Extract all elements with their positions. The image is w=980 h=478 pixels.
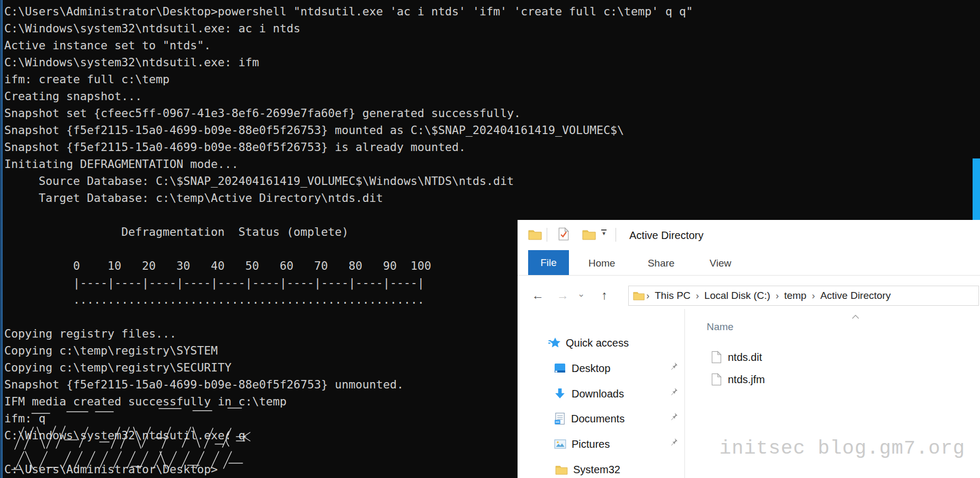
sidebar-item-pictures[interactable]: Pictures (554, 436, 610, 452)
crumb-separator-icon: › (812, 290, 815, 302)
sidebar-item-system32[interactable]: System32 (555, 462, 620, 477)
pictures-icon (554, 439, 566, 449)
ribbon-divider (518, 275, 980, 276)
qat-new-folder-button[interactable] (582, 229, 596, 242)
column-header-name[interactable]: Name (707, 321, 734, 333)
file-name: ntds.dit (728, 351, 762, 364)
crumb-separator-icon: › (696, 290, 699, 302)
pane-divider (684, 309, 685, 478)
qat-properties-button[interactable] (558, 227, 569, 243)
tab-file[interactable]: File (528, 250, 569, 275)
tab-home[interactable]: Home (589, 258, 616, 269)
quick-access-star-icon (548, 337, 562, 349)
file-explorer-window: ▾ Active Directory File Home Share View … (518, 220, 980, 478)
file-icon (711, 351, 721, 364)
pin-icon (670, 438, 678, 448)
sidebar-item-quick-access[interactable]: Quick access (548, 335, 629, 351)
tab-share[interactable]: Share (648, 258, 675, 269)
sidebar-item-label: Downloads (572, 388, 624, 400)
qat-separator (616, 228, 616, 242)
breadcrumb-temp[interactable]: temp (784, 290, 806, 302)
sidebar-item-label: Pictures (572, 438, 610, 450)
up-arrow-icon[interactable]: ↑ (601, 289, 608, 302)
pin-icon (670, 387, 678, 397)
sidebar-item-documents[interactable]: Documents (554, 411, 625, 427)
crumb-separator-icon: › (776, 290, 779, 302)
breadcrumb-active-directory[interactable]: Active Directory (820, 290, 890, 302)
file-name: ntds.jfm (728, 374, 765, 386)
forward-arrow-icon[interactable]: → (557, 289, 569, 302)
sidebar-item-label: Desktop (572, 362, 610, 375)
watermark-text: initsec blog.gm7.org (719, 437, 965, 459)
breadcrumb-local-disk-c[interactable]: Local Disk (C:) (705, 290, 771, 302)
sidebar-item-label: System32 (573, 464, 620, 476)
documents-icon (554, 412, 565, 425)
breadcrumb-this-pc[interactable]: This PC (655, 290, 691, 302)
sidebar-item-downloads[interactable]: Downloads (554, 386, 624, 402)
background-window-edge (973, 158, 980, 220)
crumb-separator-icon: › (646, 290, 649, 302)
console-left-border (0, 0, 3, 478)
window-title: Active Directory (629, 229, 703, 242)
folder-icon (555, 465, 568, 475)
back-arrow-icon[interactable]: ← (532, 289, 544, 302)
pin-icon (670, 362, 678, 372)
qat-customize-button[interactable]: ▾ (601, 229, 607, 235)
file-row-ntds-jfm[interactable]: ntds.jfm (711, 373, 765, 386)
sort-ascending-icon (851, 312, 860, 321)
sidebar-item-desktop[interactable]: Desktop (554, 360, 610, 376)
recent-locations-chevron-icon[interactable]: ⌄ (577, 289, 585, 298)
address-bar[interactable]: › This PC › Local Disk (C:) › temp › Act… (628, 286, 979, 306)
file-row-ntds-dit[interactable]: ntds.dit (711, 351, 762, 364)
desktop-icon (554, 362, 566, 374)
downloads-icon (554, 388, 566, 400)
tab-view[interactable]: View (710, 258, 732, 269)
sidebar-item-label: Documents (571, 413, 625, 425)
qat-separator (547, 228, 547, 242)
explorer-app-icon (528, 229, 542, 242)
chevron-down-icon: ▾ (602, 231, 605, 235)
pin-icon (670, 412, 678, 422)
file-icon (711, 373, 721, 386)
sidebar-item-label: Quick access (566, 337, 629, 349)
address-folder-icon (633, 291, 645, 300)
